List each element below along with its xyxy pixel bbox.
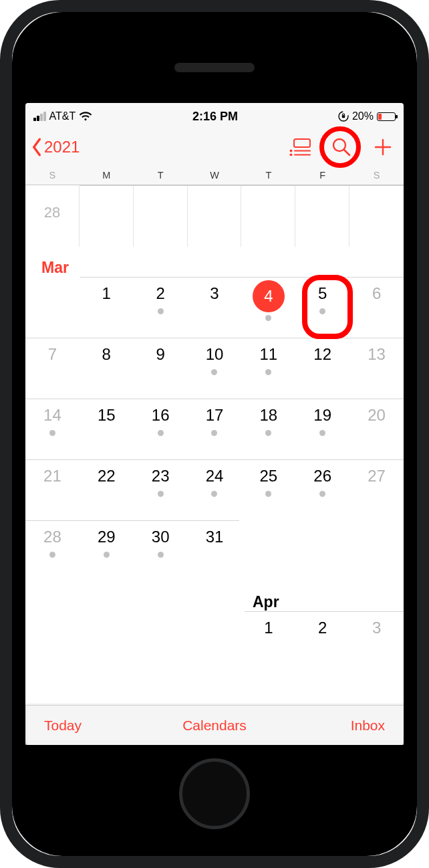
day-cell[interactable]: 9	[134, 338, 188, 399]
carrier-label: AT&T	[49, 110, 76, 122]
day-cell[interactable]: 7	[25, 338, 80, 399]
home-button[interactable]	[179, 758, 250, 829]
event-dot	[265, 430, 271, 436]
event-dot	[265, 369, 271, 375]
bezel: AT&T 2:16 PM 20% 2021	[12, 12, 417, 856]
day-cell[interactable]: 4	[241, 278, 295, 338]
calendars-button[interactable]: Calendars	[182, 718, 247, 734]
day-cell[interactable]: 11	[241, 338, 295, 399]
plus-icon	[374, 138, 392, 156]
day-cell[interactable]: 13	[349, 338, 404, 399]
day-cell[interactable]: 15	[80, 399, 134, 459]
event-dot	[265, 491, 271, 497]
event-dot	[49, 430, 55, 436]
day-cell[interactable]: 28	[25, 521, 80, 581]
event-dot	[104, 552, 110, 558]
day-cell	[134, 612, 188, 659]
weekday-w: W	[188, 170, 242, 181]
inbox-button[interactable]: Inbox	[351, 718, 385, 734]
day-cell[interactable]: 20	[349, 399, 404, 459]
day-cell[interactable]: 3	[188, 278, 242, 338]
nav-actions	[289, 136, 394, 158]
event-dot	[211, 491, 217, 497]
list-view-button[interactable]	[289, 136, 311, 158]
battery-icon	[377, 112, 396, 121]
day-cell	[188, 612, 242, 659]
month-label-apr: Apr	[25, 581, 404, 611]
month-label-mar: Mar	[25, 247, 404, 277]
day-cell[interactable]: 22	[80, 460, 134, 520]
nav-bar: 2021	[25, 130, 404, 169]
prev-month-tail: 28	[25, 185, 404, 247]
day-cell[interactable]: 25	[241, 460, 295, 520]
day-cell[interactable]: 17	[188, 399, 242, 459]
day-cell[interactable]: 16	[134, 399, 188, 459]
day-cell	[349, 521, 404, 581]
status-time: 2:16 PM	[192, 110, 238, 124]
day-cell[interactable]: 26	[295, 460, 349, 520]
day-cell[interactable]: 8	[80, 338, 134, 399]
month-grid-apr: 123	[25, 611, 404, 659]
battery-percent: 20%	[352, 110, 374, 122]
day-cell[interactable]: 18	[241, 399, 295, 459]
volume-down-button	[0, 306, 1, 373]
day-cell[interactable]: 23	[134, 460, 188, 520]
cellular-signal-icon	[33, 112, 46, 121]
day-cell[interactable]: 31	[188, 521, 242, 581]
back-button[interactable]: 2021	[29, 137, 80, 157]
weekday-t: T	[134, 170, 188, 181]
day-cell[interactable]: 12	[295, 338, 349, 399]
svg-point-3	[290, 150, 293, 152]
day-cell	[241, 521, 295, 581]
event-dot	[211, 430, 217, 436]
event-dot	[319, 308, 325, 314]
day-cell[interactable]: 2	[295, 612, 349, 659]
speaker-grille	[174, 63, 255, 72]
weekday-s2: S	[349, 170, 404, 181]
chevron-left-icon	[29, 137, 44, 157]
search-button[interactable]	[330, 136, 353, 158]
day-cell[interactable]: 24	[188, 460, 242, 520]
weekday-t2: T	[241, 170, 295, 181]
event-dot	[158, 308, 164, 314]
svg-rect-1	[342, 115, 345, 118]
svg-point-5	[290, 154, 293, 156]
day-cell[interactable]: 30	[134, 521, 188, 581]
list-view-icon	[289, 138, 311, 156]
event-dot	[319, 491, 325, 497]
event-dot	[158, 430, 164, 436]
day-cell[interactable]: 10	[188, 338, 242, 399]
day-cell[interactable]: 14	[25, 399, 80, 459]
svg-rect-2	[294, 139, 310, 147]
today-indicator[interactable]: 4	[253, 280, 285, 312]
status-bar: AT&T 2:16 PM 20%	[25, 103, 404, 130]
weekday-header: S M T W T F S	[25, 169, 404, 185]
day-cell	[25, 612, 80, 659]
today-button[interactable]: Today	[44, 718, 82, 734]
day-cell[interactable]: 27	[349, 460, 404, 520]
day-cell[interactable]: 3	[349, 612, 404, 659]
volume-up-button	[0, 226, 1, 293]
bottom-toolbar: Today Calendars Inbox	[25, 705, 404, 745]
prev-day[interactable]: 28	[25, 185, 79, 221]
day-cell[interactable]: 1	[80, 278, 134, 338]
orientation-lock-icon	[338, 111, 349, 122]
day-cell[interactable]: 29	[80, 521, 134, 581]
weekday-m: M	[80, 170, 134, 181]
event-dot	[158, 552, 164, 558]
add-event-button[interactable]	[372, 136, 394, 158]
month-grid-mar: 1234567891011121314151617181920212223242…	[25, 277, 404, 581]
wifi-icon	[79, 112, 92, 121]
day-cell[interactable]: 2	[134, 278, 188, 338]
event-dot	[49, 552, 55, 558]
calendar-body[interactable]: 28 Mar 123456789101112131415161718192021…	[25, 185, 404, 703]
day-cell[interactable]: 1	[241, 612, 295, 659]
search-icon	[331, 137, 351, 157]
day-cell	[25, 278, 80, 338]
day-cell[interactable]: 5	[295, 278, 349, 338]
day-cell[interactable]: 6	[349, 278, 404, 338]
day-cell[interactable]: 19	[295, 399, 349, 459]
screen: AT&T 2:16 PM 20% 2021	[25, 103, 404, 745]
event-dot	[211, 369, 217, 375]
day-cell[interactable]: 21	[25, 460, 80, 520]
